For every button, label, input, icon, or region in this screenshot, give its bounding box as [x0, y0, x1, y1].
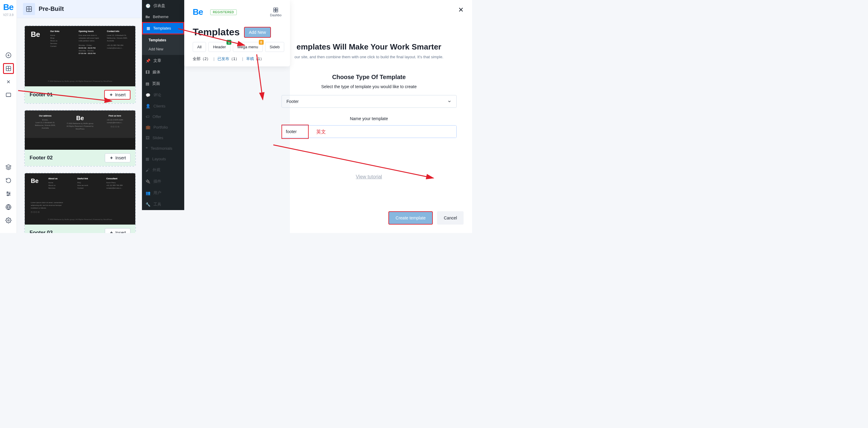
- be-panel-logo: Be: [193, 7, 203, 17]
- clients-icon: 👤: [146, 104, 150, 108]
- svg-rect-6: [6, 93, 10, 97]
- cancel-button[interactable]: Cancel: [437, 211, 464, 225]
- wrench-icon: 🔧: [146, 202, 150, 207]
- wp-menu-betheme[interactable]: BeBetheme: [142, 11, 184, 22]
- wp-menu-tools[interactable]: 🔧工具: [142, 199, 184, 210]
- modal-name-heading: Name your template: [266, 116, 472, 121]
- svg-point-17: [7, 220, 9, 221]
- wp-menu-layouts[interactable]: ▦Layouts: [142, 154, 184, 164]
- wp-menu-clients[interactable]: 👤Clients: [142, 101, 184, 111]
- left-rail: Be V27.3.9: [0, 0, 17, 233]
- wp-menu-dashboard[interactable]: 🕑仪表盘: [142, 0, 184, 11]
- be-templates-panel: Be REGISTERED Dashbo Templates Add New A…: [184, 0, 290, 66]
- card-footer-01: Be Our linksHomeShopAbout usServicesCont…: [24, 25, 136, 104]
- svg-marker-8: [6, 165, 11, 167]
- insert-button[interactable]: Insert: [105, 228, 130, 233]
- prebuilt-icon: [23, 3, 35, 15]
- wp-menu-users[interactable]: 👥用户: [142, 187, 184, 199]
- templates-icon: ▦: [147, 26, 150, 31]
- create-template-modal: ✕ emplates Will Make Your Work Smarter o…: [290, 0, 472, 233]
- svg-rect-30: [276, 10, 278, 12]
- wp-menu-media[interactable]: 🎞媒体: [142, 66, 184, 78]
- users-icon: 👥: [146, 191, 150, 195]
- preview-heading: Our links: [50, 30, 72, 32]
- layout-icon[interactable]: [3, 90, 14, 100]
- create-template-button[interactable]: Create template: [389, 211, 433, 225]
- media-icon: 🎞: [146, 70, 150, 74]
- wp-menu-appearance[interactable]: 🖌外观: [142, 164, 184, 176]
- gear-icon[interactable]: [3, 215, 14, 226]
- wp-menu-offer[interactable]: 🏷Offer: [142, 111, 184, 122]
- wp-menu-comments[interactable]: 💬评论: [142, 89, 184, 101]
- insert-button[interactable]: Insert: [104, 90, 130, 100]
- view-tutorial-link[interactable]: View tutorial: [266, 174, 472, 179]
- pin-icon: 📌: [146, 59, 150, 63]
- be-logo: Be: [3, 2, 13, 12]
- wp-menu-pages[interactable]: ▤页面: [142, 78, 184, 89]
- wp-menu-slides[interactable]: 🖼Slides: [142, 132, 184, 143]
- tab-header[interactable]: Header1: [208, 42, 230, 52]
- brush-icon: 🖌: [146, 168, 150, 172]
- layers-icon[interactable]: [3, 162, 14, 173]
- template-type-dropdown[interactable]: Footer: [281, 95, 457, 108]
- revisions-icon[interactable]: [3, 175, 14, 186]
- template-name-input[interactable]: [282, 126, 456, 138]
- comment-icon: 💬: [146, 93, 150, 98]
- page-icon: ▤: [146, 81, 149, 86]
- modal-headline: emplates Will Make Your Work Smarter: [266, 42, 472, 52]
- tab-all[interactable]: All: [193, 42, 206, 52]
- tab-sidebar[interactable]: Sideb: [265, 42, 284, 52]
- version-label: V27.3.9: [3, 13, 13, 17]
- dashboard-icon: 🕑: [146, 4, 150, 8]
- insert-button[interactable]: Insert: [105, 153, 130, 162]
- wp-menu-plugins[interactable]: 🔌插件: [142, 176, 184, 187]
- count-badge: 1: [226, 40, 231, 45]
- wp-menu-portfolio[interactable]: 💼Portfolio: [142, 122, 184, 132]
- card-name: Footer 02: [30, 155, 53, 161]
- slides-icon: 🖼: [146, 135, 150, 140]
- close-icon[interactable]: ✕: [458, 6, 464, 14]
- wp-submenu-addnew[interactable]: Add New: [142, 45, 184, 54]
- grid-icon: [273, 7, 278, 13]
- globe-icon[interactable]: [3, 202, 14, 212]
- status-line: 全部（2） | 已发布（1） | 草稿（1）: [184, 52, 290, 62]
- modal-choose-heading: Choose Type Of Template: [266, 74, 472, 80]
- card-preview: Be Our linksHomeShopAbout usServicesCont…: [25, 26, 135, 86]
- card-preview: Be About usHomeAbout usServices Useful l…: [25, 173, 135, 225]
- card-footer-02: Our addressEnvato,Level 13, 2 Elizabeth …: [24, 110, 136, 167]
- count-badge: 0: [259, 40, 264, 45]
- card-footer-03: Be About usHomeAbout usServices Useful l…: [24, 173, 136, 233]
- wp-admin-sidebar: 🕑仪表盘 BeBetheme ▦Templates Templates Add …: [142, 0, 184, 210]
- plug-icon: 🔌: [146, 179, 150, 184]
- registered-badge: REGISTERED: [210, 9, 237, 15]
- wp-menu-testimonials[interactable]: ❝Testimonials: [142, 143, 184, 154]
- modal-select-help: Select the type of template you would li…: [266, 84, 472, 89]
- preview-heading: Contact info: [107, 30, 129, 32]
- chevron-down-icon: [447, 99, 452, 103]
- be-icon: Be: [146, 15, 150, 19]
- sliders-icon[interactable]: [3, 188, 14, 199]
- card-name: Footer 03: [30, 230, 53, 233]
- prebuilt-sections-icon[interactable]: [3, 63, 14, 74]
- card-name: Footer 01: [30, 92, 53, 98]
- page-title: Pre-Built: [39, 5, 64, 12]
- portfolio-icon: 💼: [146, 125, 150, 130]
- card-preview: Our addressEnvato,Level 13, 2 Elizabeth …: [25, 110, 135, 150]
- preview-heading: Opening hours: [79, 30, 101, 32]
- wp-menu-posts[interactable]: 📌文章: [142, 55, 184, 66]
- template-cards: Be Our linksHomeShopAbout usServicesCont…: [24, 25, 136, 233]
- add-icon[interactable]: [3, 50, 14, 61]
- link-draft[interactable]: 草稿: [246, 57, 254, 61]
- wp-menu-templates[interactable]: ▦Templates: [142, 22, 184, 34]
- svg-rect-29: [274, 10, 275, 12]
- templates-heading: Templates: [193, 27, 240, 38]
- add-new-button[interactable]: Add New: [244, 27, 271, 38]
- svg-rect-28: [276, 8, 278, 10]
- link-published[interactable]: 已发布: [217, 57, 229, 61]
- tab-mega-menu[interactable]: Mega menu0: [233, 42, 263, 52]
- wp-submenu-templates[interactable]: Templates: [142, 36, 184, 45]
- dashboard-link[interactable]: Dashbo: [270, 7, 281, 17]
- import-export-icon[interactable]: [3, 76, 14, 87]
- svg-rect-27: [274, 8, 275, 10]
- offer-icon: 🏷: [146, 114, 150, 119]
